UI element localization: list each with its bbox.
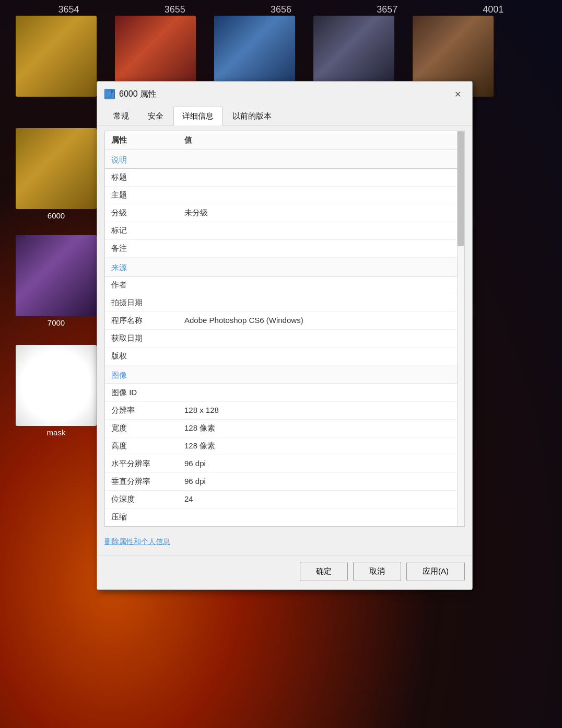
prop-name: 高度 [105, 437, 178, 455]
portrait-6000 [16, 128, 97, 209]
prop-value [178, 294, 464, 312]
table-row: 获取日期 [105, 330, 464, 348]
cancel-button[interactable]: 取消 [353, 562, 401, 581]
ok-button[interactable]: 确定 [300, 562, 348, 581]
label-mask: mask [47, 428, 66, 437]
num-3655: 3655 [165, 4, 185, 15]
file-icon [104, 89, 115, 99]
prop-name: 水平分辨率 [105, 455, 178, 473]
prop-value: 128 像素 [178, 437, 464, 455]
prop-value [178, 276, 464, 294]
num-4001: 4001 [483, 4, 504, 15]
num-3657: 3657 [377, 4, 397, 15]
table-row: 拍摄日期 [105, 294, 464, 312]
prop-value: 128 像素 [178, 420, 464, 437]
table-row: 垂直分辨率 96 dpi [105, 473, 464, 491]
prop-name: 压缩 [105, 509, 178, 526]
prop-name: 版权 [105, 348, 178, 365]
prop-value [178, 384, 464, 402]
prop-value [178, 509, 464, 526]
prop-name: 标题 [105, 169, 178, 187]
prop-value [178, 169, 464, 187]
prop-name: 位深度 [105, 491, 178, 509]
prop-name: 垂直分辨率 [105, 473, 178, 491]
apply-button[interactable]: 应用(A) [406, 562, 465, 581]
dialog-title-area: 6000 属性 [104, 89, 157, 100]
scrollbar-thumb[interactable] [458, 131, 464, 246]
prop-value: 96 dpi [178, 473, 464, 491]
col-property-header: 属性 [105, 131, 178, 150]
table-row: 标题 [105, 169, 464, 187]
prop-name: 分辨率 [105, 402, 178, 420]
num-3656: 3656 [271, 4, 291, 15]
prop-value [178, 330, 464, 348]
table-header-row: 属性 值 [105, 131, 464, 150]
label-6000: 6000 [48, 211, 65, 220]
prop-value: 96 dpi [178, 455, 464, 473]
table-row: 备注 [105, 240, 464, 258]
prop-name: 分级 [105, 204, 178, 222]
table-row: 水平分辨率 96 dpi [105, 455, 464, 473]
prop-value [178, 222, 464, 240]
dialog-tabs: 常规 安全 详细信息 以前的版本 [97, 107, 472, 125]
table-row: 版权 [105, 348, 464, 365]
table-row: 作者 [105, 276, 464, 294]
section-label-source: 来源 [105, 258, 464, 276]
prop-value: Adobe Photoshop CS6 (Windows) [178, 312, 464, 330]
close-button[interactable]: ✕ [450, 87, 465, 101]
col-value-header: 值 [178, 131, 464, 150]
tab-general[interactable]: 常规 [104, 107, 138, 125]
dialog-footer: 确定 取消 应用(A) [97, 555, 472, 590]
table-row: 压缩 [105, 509, 464, 526]
label-7000: 7000 [48, 318, 65, 327]
scrollbar[interactable] [457, 131, 464, 526]
prop-name: 备注 [105, 240, 178, 258]
section-header-image: 图像 [105, 365, 464, 384]
table-row: 图像 ID [105, 384, 464, 402]
prop-value [178, 240, 464, 258]
prop-name: 宽度 [105, 420, 178, 437]
prop-value: 128 x 128 [178, 402, 464, 420]
table-row: 高度 128 像素 [105, 437, 464, 455]
prop-value [178, 348, 464, 365]
portrait-mask [16, 345, 97, 426]
prop-value: 24 [178, 491, 464, 509]
tab-details[interactable]: 详细信息 [173, 107, 223, 125]
section-header-source: 来源 [105, 258, 464, 276]
portrait-3654 [16, 16, 97, 97]
prop-name: 作者 [105, 276, 178, 294]
tab-security[interactable]: 安全 [139, 107, 172, 125]
prop-value [178, 187, 464, 204]
dialog-titlebar: 6000 属性 ✕ [97, 82, 472, 107]
prop-name: 拍摄日期 [105, 294, 178, 312]
prop-value: 未分级 [178, 204, 464, 222]
prop-name: 程序名称 [105, 312, 178, 330]
properties-dialog: 6000 属性 ✕ 常规 安全 详细信息 以前的版本 属性 值 说明 [97, 81, 473, 590]
svg-rect-0 [107, 90, 111, 97]
prop-name: 获取日期 [105, 330, 178, 348]
dialog-title: 6000 属性 [119, 89, 157, 100]
table-row: 分级 未分级 [105, 204, 464, 222]
section-header-description: 说明 [105, 150, 464, 169]
prop-name: 主题 [105, 187, 178, 204]
tab-previous[interactable]: 以前的版本 [224, 107, 280, 125]
prop-name: 标记 [105, 222, 178, 240]
section-label-description: 说明 [105, 150, 464, 169]
properties-table: 属性 值 说明 标题 主题 [105, 131, 464, 526]
table-row: 分辨率 128 x 128 [105, 402, 464, 420]
grid-item-mask[interactable]: mask [16, 345, 97, 437]
section-label-image: 图像 [105, 365, 464, 384]
portrait-7000 [16, 235, 97, 316]
grid-item-7000[interactable]: 7000 [16, 235, 97, 327]
num-3654: 3654 [58, 4, 79, 15]
table-row: 程序名称 Adobe Photoshop CS6 (Windows) [105, 312, 464, 330]
table-row: 标记 [105, 222, 464, 240]
table-row: 宽度 128 像素 [105, 420, 464, 437]
delete-properties-link[interactable]: 删除属性和个人信息 [97, 532, 472, 555]
table-row: 位深度 24 [105, 491, 464, 509]
grid-item-3654[interactable] [16, 16, 97, 97]
prop-name: 图像 ID [105, 384, 178, 402]
dialog-content-area: 属性 值 说明 标题 主题 [104, 131, 465, 527]
table-row: 主题 [105, 187, 464, 204]
grid-item-6000[interactable]: 6000 [16, 128, 97, 220]
